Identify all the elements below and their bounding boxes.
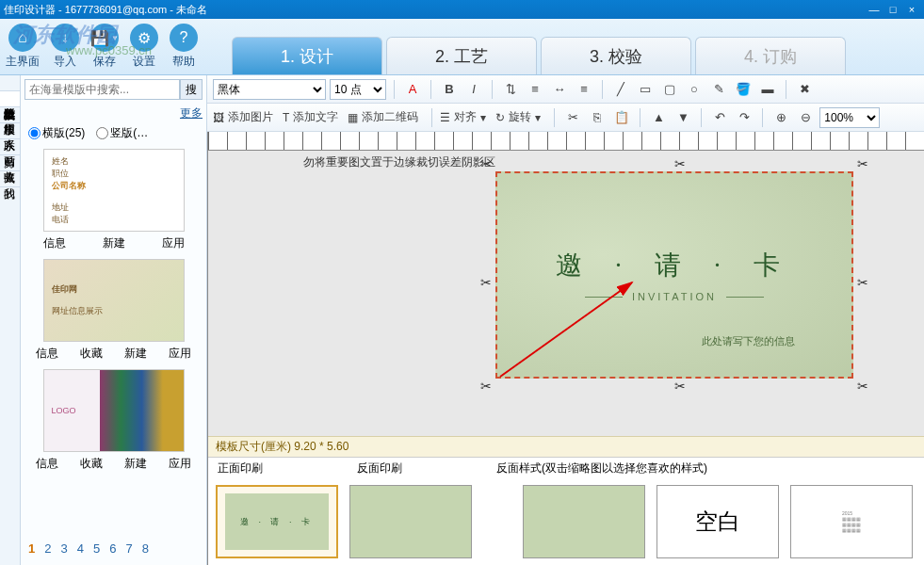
fill-tool[interactable]: 🪣: [733, 79, 754, 100]
lefttab-category[interactable]: 模版分类: [0, 91, 20, 107]
char-spacing-button[interactable]: ↔: [549, 79, 570, 100]
page-7[interactable]: 7: [125, 541, 132, 556]
back-style-label: 反面样式(双击缩略图以选择您喜欢的样式): [496, 460, 707, 476]
lefttab-contacts[interactable]: 联系人: [0, 123, 20, 139]
safezone-hint: 勿将重要图文置于边缘裁切误差阴影区: [303, 154, 495, 170]
zoom-select[interactable]: 100%: [819, 107, 880, 128]
horizontal-ruler: [208, 132, 924, 151]
tpl2-apply[interactable]: 应用: [169, 346, 191, 362]
lefttab-favorites[interactable]: 收藏夹: [0, 155, 20, 171]
line-spacing-button[interactable]: ≡: [525, 79, 545, 100]
bold-button[interactable]: B: [439, 79, 460, 100]
tpl3-apply[interactable]: 应用: [169, 456, 191, 472]
canvas-stage[interactable]: 勿将重要图文置于边缘裁切误差阴影区 ✂ ✂ ✂ ✂ ✂ ✂ ✂ ✂ 邀 · 请 …: [208, 151, 924, 436]
scissor-icon: ✂: [480, 379, 492, 394]
save-button[interactable]: 💾保存: [90, 24, 119, 70]
delete-button[interactable]: ✖: [794, 79, 815, 100]
copy-button[interactable]: ⎘: [587, 107, 608, 128]
zoom-in-button[interactable]: ⊕: [770, 107, 791, 128]
search-button[interactable]: 搜: [180, 79, 203, 100]
scissor-icon: ✂: [857, 156, 868, 171]
template-thumb-2[interactable]: 佳印网网址信息展示: [43, 259, 185, 342]
step-verify-tab[interactable]: 3. 校验: [541, 37, 691, 74]
step-craft-tab[interactable]: 2. 工艺: [386, 37, 537, 74]
undo-button[interactable]: ↶: [709, 107, 730, 128]
page-3[interactable]: 3: [60, 541, 67, 556]
stroke-tool[interactable]: ▬: [757, 79, 778, 100]
lefttab-common[interactable]: 常用模版: [0, 107, 20, 123]
orientation-vertical[interactable]: 竖版(…: [96, 125, 148, 141]
card-info-text[interactable]: 此处请写下您的信息: [702, 334, 795, 348]
lefttab-clipart[interactable]: 剪贴画: [0, 139, 20, 155]
scissor-icon: ✂: [480, 156, 492, 171]
send-back-button[interactable]: ▼: [673, 107, 693, 128]
lefttab-latest[interactable]: 最新模版: [0, 75, 20, 91]
settings-button[interactable]: ⚙设置: [130, 24, 158, 70]
minimize-button[interactable]: —: [866, 3, 883, 16]
card-frame[interactable]: ✂ ✂ ✂ ✂ ✂ ✂ ✂ ✂ 邀 · 请 · 卡 INVITATION 此处请…: [495, 171, 853, 379]
page-2[interactable]: 2: [44, 541, 51, 556]
ellipse-tool[interactable]: ○: [684, 79, 705, 100]
tpl3-new[interactable]: 新建: [124, 456, 147, 472]
orientation-horizontal[interactable]: 横版(25): [28, 125, 85, 141]
close-button[interactable]: ×: [903, 3, 920, 16]
add-qrcode-button[interactable]: ▦ 添加二维码: [348, 109, 418, 125]
step-design-tab[interactable]: 1. 设计: [232, 37, 382, 74]
import-button[interactable]: ↓导入: [51, 24, 79, 70]
paste-button[interactable]: 📋: [611, 107, 632, 128]
font-color-button[interactable]: A: [402, 79, 423, 100]
tpl2-info[interactable]: 信息: [36, 346, 58, 362]
tpl1-info[interactable]: 信息: [43, 235, 66, 251]
back-side-thumb[interactable]: [349, 485, 472, 558]
template-search-input[interactable]: [24, 79, 180, 100]
back-print-label: 反面印刷: [357, 460, 402, 476]
bring-front-button[interactable]: ▲: [648, 107, 669, 128]
backstyle-thumb-blank[interactable]: 空白: [657, 485, 779, 558]
font-size-select[interactable]: 10 点: [330, 79, 386, 100]
maximize-button[interactable]: □: [884, 3, 901, 16]
help-button[interactable]: ?帮助: [170, 24, 198, 70]
add-image-button[interactable]: 🖼 添加图片: [213, 109, 273, 125]
card-subtitle[interactable]: INVITATION: [632, 291, 717, 302]
more-link[interactable]: 更多: [24, 105, 203, 121]
zoom-out-button[interactable]: ⊖: [795, 107, 816, 128]
scissor-icon: ✂: [857, 379, 868, 394]
main-menu-button[interactable]: ⌂主界面: [6, 24, 40, 70]
cut-button[interactable]: ✂: [562, 107, 583, 128]
step-order-tab[interactable]: 4. 订购: [695, 37, 846, 74]
scissor-icon: ✂: [674, 379, 686, 394]
tpl1-apply[interactable]: 应用: [162, 235, 185, 251]
page-6[interactable]: 6: [109, 541, 116, 556]
italic-button[interactable]: I: [463, 79, 484, 100]
align-left-button[interactable]: ≡: [574, 79, 594, 100]
tpl2-fav[interactable]: 收藏: [80, 346, 103, 362]
align-dropdown[interactable]: ☰ 对齐 ▾: [440, 109, 486, 125]
scissor-icon: ✂: [857, 275, 868, 290]
line-tool[interactable]: ╱: [610, 79, 631, 100]
front-side-thumb[interactable]: 邀 · 请 · 卡: [216, 485, 338, 558]
page-5[interactable]: 5: [93, 541, 100, 556]
tpl2-new[interactable]: 新建: [124, 346, 147, 362]
add-text-button[interactable]: T 添加文字: [283, 109, 338, 125]
page-1[interactable]: 1: [28, 541, 35, 556]
text-vertical-button[interactable]: ⇅: [500, 79, 521, 100]
tpl3-info[interactable]: 信息: [36, 456, 58, 472]
font-family-select[interactable]: 黑体: [213, 79, 326, 100]
rect-tool[interactable]: ▭: [635, 79, 656, 100]
backstyle-thumb-calendar[interactable]: 2015▦▦▦▦▦▦▦▦▦▦▦▦: [790, 485, 913, 558]
lefttab-my[interactable]: 我的: [0, 171, 20, 187]
scissor-icon: ✂: [674, 156, 686, 171]
card-title[interactable]: 邀 · 请 · 卡: [556, 248, 793, 283]
backstyle-thumb-1[interactable]: [523, 485, 645, 558]
tpl1-new[interactable]: 新建: [103, 235, 125, 251]
rotate-dropdown[interactable]: ↻ 旋转 ▾: [495, 109, 541, 125]
page-4[interactable]: 4: [77, 541, 84, 556]
template-thumb-1[interactable]: 姓名职位公司名称地址电话: [43, 149, 185, 232]
redo-button[interactable]: ↷: [734, 107, 754, 128]
pen-tool[interactable]: ✎: [708, 79, 729, 100]
scissor-icon: ✂: [480, 275, 492, 290]
template-thumb-3[interactable]: LOGO: [43, 369, 185, 452]
page-8[interactable]: 8: [142, 541, 149, 556]
tpl3-fav[interactable]: 收藏: [80, 456, 103, 472]
roundrect-tool[interactable]: ▢: [659, 79, 680, 100]
